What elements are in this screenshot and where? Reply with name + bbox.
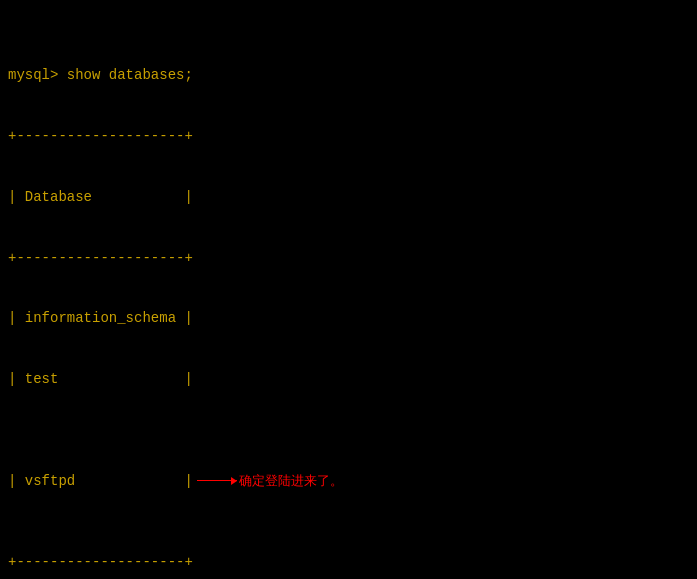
line-vsftpd-row: | vsftpd | 确定登陆进来了。 <box>8 471 689 491</box>
line-separator: +--------------------+ <box>8 552 689 572</box>
line-6: | test | <box>8 369 689 389</box>
line-4: +--------------------+ <box>8 248 689 268</box>
terminal-window: mysql> show databases; +----------------… <box>8 4 689 579</box>
line-vsftpd: | vsftpd | <box>8 471 193 491</box>
line-5: | information_schema | <box>8 308 689 328</box>
line-3: | Database | <box>8 187 689 207</box>
annotation-login: 确定登陆进来了。 <box>197 472 343 491</box>
line-2: +--------------------+ <box>8 126 689 146</box>
line-1: mysql> show databases; <box>8 65 689 85</box>
